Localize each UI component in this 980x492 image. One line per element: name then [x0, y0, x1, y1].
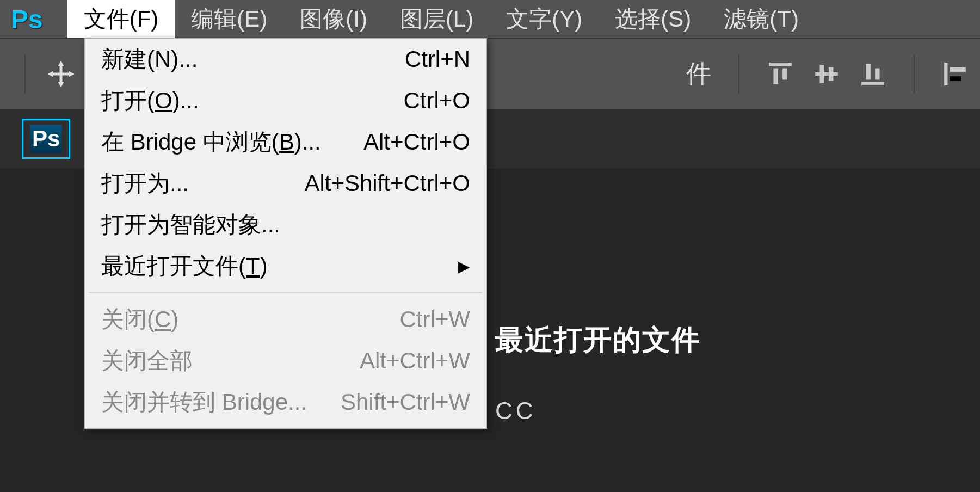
menu-separator: [89, 292, 482, 293]
align-left-icon[interactable]: [942, 60, 969, 88]
menu-item-open-smart[interactable]: 打开为智能对象...: [85, 204, 486, 245]
menu-item-label: 关闭全部: [101, 346, 360, 376]
menu-item-new[interactable]: 新建(N)... Ctrl+N: [85, 39, 486, 80]
menu-item-label: 最近打开文件(T): [101, 251, 453, 281]
menu-item-close-all: 关闭全部 Alt+Ctrl+W: [85, 340, 486, 382]
menu-item-close: 关闭(C) Ctrl+W: [85, 299, 486, 340]
menu-item-label: 打开(O)...: [101, 85, 403, 116]
svg-rect-4: [820, 65, 824, 83]
svg-rect-3: [815, 72, 838, 75]
menu-select[interactable]: 选择(S): [599, 0, 707, 38]
menu-item-shortcut: Alt+Ctrl+W: [360, 348, 470, 374]
menu-item-shortcut: Ctrl+O: [403, 88, 470, 114]
recent-files-title: 最近打开的文件: [495, 321, 701, 359]
align-vcenter-icon[interactable]: [813, 60, 840, 88]
svg-rect-8: [875, 68, 879, 79]
menu-item-label: 新建(N)...: [101, 44, 405, 75]
file-dropdown-menu: 新建(N)... Ctrl+N 打开(O)... Ctrl+O 在 Bridge…: [84, 38, 487, 429]
svg-rect-5: [829, 67, 833, 81]
document-tab-label: Ps: [30, 125, 62, 153]
toolbar-divider: [914, 55, 915, 93]
menu-item-shortcut: Alt+Shift+Ctrl+O: [304, 170, 470, 196]
menu-item-shortcut: Ctrl+W: [400, 306, 471, 333]
menu-item-close-bridge: 关闭并转到 Bridge... Shift+Ctrl+W: [85, 382, 486, 423]
submenu-arrow-icon: ▶: [458, 257, 470, 275]
svg-rect-10: [950, 67, 966, 71]
menu-edit[interactable]: 编辑(E): [175, 0, 283, 38]
svg-rect-9: [944, 63, 947, 85]
menu-item-shortcut: Ctrl+N: [405, 46, 470, 72]
toolbar-partial-text: 件: [686, 57, 711, 91]
menu-type[interactable]: 文字(Y): [490, 0, 599, 38]
svg-rect-2: [782, 68, 787, 79]
menu-item-label: 打开为...: [101, 168, 304, 199]
menu-item-open[interactable]: 打开(O)... Ctrl+O: [85, 80, 486, 121]
menu-item-label: 打开为智能对象...: [101, 210, 470, 240]
ps-logo: Ps: [11, 4, 43, 34]
menu-item-label: 关闭并转到 Bridge...: [101, 387, 341, 417]
recent-files-section: 最近打开的文件 CC: [495, 321, 701, 425]
menu-item-label: 在 Bridge 中浏览(B)...: [101, 127, 363, 157]
svg-rect-11: [950, 76, 961, 81]
menu-image[interactable]: 图像(I): [283, 0, 384, 38]
menu-item-shortcut: Shift+Ctrl+W: [341, 389, 470, 415]
menu-file[interactable]: 文件(F): [67, 0, 175, 38]
align-bottom-icon[interactable]: [859, 60, 886, 88]
toolbar-divider: [738, 55, 739, 93]
menu-item-recent[interactable]: 最近打开文件(T) ▶: [85, 245, 486, 287]
recent-files-sub: CC: [495, 397, 701, 425]
move-tool-icon[interactable]: [45, 58, 77, 90]
toolbar-divider: [24, 55, 26, 93]
svg-rect-7: [866, 64, 871, 79]
menu-item-browse-bridge[interactable]: 在 Bridge 中浏览(B)... Alt+Ctrl+O: [85, 121, 486, 163]
menu-item-shortcut: Alt+Ctrl+O: [363, 129, 470, 155]
menu-item-label: 关闭(C): [101, 304, 400, 335]
svg-rect-6: [861, 82, 884, 85]
menubar: Ps 文件(F) 编辑(E) 图像(I) 图层(L) 文字(Y) 选择(S) 滤…: [0, 0, 980, 38]
svg-rect-0: [769, 63, 792, 66]
document-tab[interactable]: Ps: [22, 119, 70, 159]
svg-rect-1: [774, 68, 778, 84]
menu-layer[interactable]: 图层(L): [384, 0, 490, 38]
menu-filter[interactable]: 滤镜(T): [707, 0, 815, 38]
menu-item-open-as[interactable]: 打开为... Alt+Shift+Ctrl+O: [85, 163, 486, 204]
align-top-icon[interactable]: [767, 60, 794, 88]
